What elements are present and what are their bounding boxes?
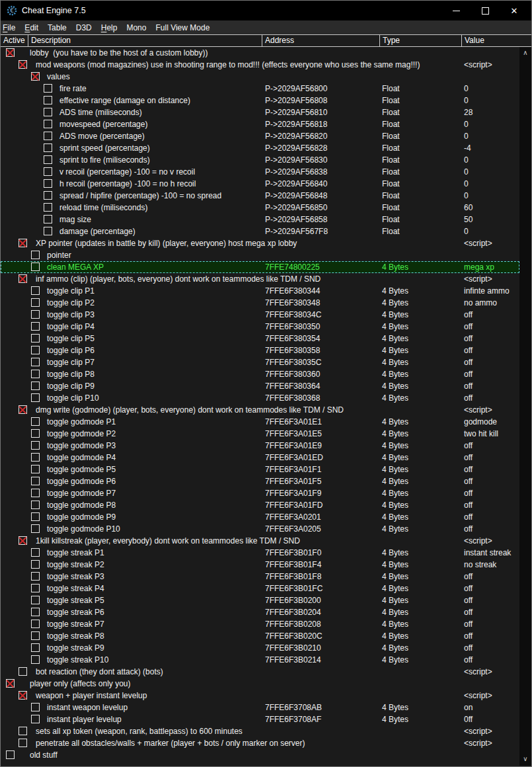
active-checkbox[interactable] <box>31 584 40 592</box>
row-value[interactable]: 28 <box>464 106 473 118</box>
table-row[interactable]: toggle clip P1 7FFE6F380344 4 Bytes infi… <box>1 285 519 297</box>
row-value[interactable]: 0ff <box>464 713 473 725</box>
table-row[interactable]: toggle godmode P6 7FFE6F3A01F5 4 Bytes o… <box>1 475 519 487</box>
row-value[interactable]: -4 <box>464 142 471 154</box>
active-checkbox[interactable] <box>31 512 40 521</box>
row-value[interactable]: off <box>464 594 473 606</box>
active-checkbox[interactable] <box>19 274 27 283</box>
table-row[interactable]: toggle streak P10 7FFE6F3B0214 4 Bytes o… <box>1 654 519 666</box>
active-checkbox[interactable] <box>31 477 40 485</box>
active-checkbox[interactable] <box>31 465 40 473</box>
close-button[interactable]: ✕ <box>500 1 529 20</box>
table-row[interactable]: pointer <box>1 249 519 261</box>
vertical-scrollbar[interactable]: ∧ ∨ <box>519 47 531 766</box>
active-checkbox[interactable] <box>31 631 40 640</box>
table-row[interactable]: toggle streak P5 7FFE6F3B0200 4 Bytes of… <box>1 594 519 606</box>
table-row[interactable]: 1kill killstreak (player, everybody) don… <box>1 535 519 547</box>
table-row[interactable]: toggle clip P5 7FFE6F380354 4 Bytes off <box>1 333 519 344</box>
active-checkbox[interactable] <box>19 405 27 414</box>
table-row[interactable]: toggle clip P4 7FFE6F380350 4 Bytes off <box>1 321 519 333</box>
active-checkbox[interactable] <box>31 72 40 81</box>
active-checkbox[interactable] <box>31 298 40 307</box>
table-row[interactable]: ADS time (miliseconds) P->2029AF56810 Fl… <box>1 106 519 118</box>
active-checkbox[interactable] <box>31 310 40 319</box>
active-checkbox[interactable] <box>31 417 40 426</box>
row-value[interactable]: no streak <box>464 559 496 571</box>
active-checkbox[interactable] <box>19 691 27 700</box>
row-value[interactable]: off <box>464 475 473 487</box>
table-row[interactable]: instant player levelup 7FFE6F3708AF 4 By… <box>1 713 519 725</box>
table-row[interactable]: XP pointer (updates in battle by kill) (… <box>1 237 519 249</box>
active-checkbox[interactable] <box>44 84 52 93</box>
table-row[interactable]: mod weapons (mod magazines) use in shoot… <box>1 59 519 71</box>
table-row[interactable]: movespeed (percentage) P->2029AF56818 Fl… <box>1 118 519 130</box>
active-checkbox[interactable] <box>44 203 52 212</box>
row-value[interactable]: off <box>464 380 473 392</box>
row-value[interactable]: off <box>464 523 473 535</box>
row-value[interactable]: off <box>464 618 473 630</box>
active-checkbox[interactable] <box>31 453 40 462</box>
table-row[interactable]: toggle clip P10 7FFE6F380368 4 Bytes off <box>1 392 519 404</box>
row-value[interactable]: 0 <box>464 178 469 190</box>
column-header-address[interactable]: Address <box>262 35 380 46</box>
row-value[interactable]: 50 <box>464 214 473 225</box>
active-checkbox[interactable] <box>31 596 40 604</box>
table-row[interactable]: ADS move (percentage) P->2029AF56820 Flo… <box>1 130 519 142</box>
table-row[interactable]: toggle godmode P9 7FFE6F3A0201 4 Bytes o… <box>1 511 519 523</box>
table-row[interactable]: toggle godmode P7 7FFE6F3A01F9 4 Bytes o… <box>1 487 519 499</box>
table-row[interactable]: toggle clip P3 7FFE6F38034C 4 Bytes off <box>1 309 519 321</box>
row-value[interactable]: 0 <box>464 166 469 178</box>
row-value[interactable]: <script> <box>464 666 492 678</box>
table-row[interactable]: inf ammo (clip) (player, bots, everyone)… <box>1 273 519 285</box>
column-header-type[interactable]: Type <box>380 35 462 46</box>
active-checkbox[interactable] <box>31 703 40 711</box>
table-row[interactable]: toggle godmode P3 7FFE6F3A01E9 4 Bytes o… <box>1 440 519 452</box>
active-checkbox[interactable] <box>31 393 40 402</box>
active-checkbox[interactable] <box>6 750 15 759</box>
minimize-button[interactable] <box>441 1 471 20</box>
table-row[interactable]: lobby (you have to be the host of a cust… <box>1 47 519 59</box>
table-row[interactable]: fire rate P->2029AF56800 Float 0 <box>1 83 519 95</box>
active-checkbox[interactable] <box>44 191 52 200</box>
active-checkbox[interactable] <box>44 143 52 152</box>
table-row[interactable]: toggle godmode P2 7FFE6F3A01E5 4 Bytes t… <box>1 428 519 440</box>
row-value[interactable]: off <box>464 583 473 594</box>
active-checkbox[interactable] <box>31 560 40 569</box>
column-header-active[interactable]: Active <box>1 35 28 46</box>
active-checkbox[interactable] <box>19 239 27 247</box>
active-checkbox[interactable] <box>31 429 40 438</box>
row-value[interactable]: 0 <box>464 130 469 142</box>
row-value[interactable]: 60 <box>464 202 473 214</box>
table-row[interactable]: sets all xp token (weapon, rank, battlep… <box>1 725 519 737</box>
table-row[interactable]: player only (affects only you) <box>1 678 519 690</box>
row-value[interactable]: off <box>464 440 473 452</box>
active-checkbox[interactable] <box>31 608 40 616</box>
table-row[interactable]: h recoil (percentage) -100 = no h recoil… <box>1 178 519 190</box>
table-row[interactable]: old stuff <box>1 749 519 761</box>
table-row[interactable]: toggle clip P2 7FFE6F380348 4 Bytes no a… <box>1 297 519 309</box>
active-checkbox[interactable] <box>31 548 40 557</box>
table-row[interactable]: spread / hipfire (percentage) -100 = no … <box>1 190 519 202</box>
table-row[interactable]: toggle clip P9 7FFE6F380364 4 Bytes off <box>1 380 519 392</box>
table-row[interactable]: damage (percentage) P->2029AF567F8 Float… <box>1 225 519 237</box>
row-value[interactable]: infinte ammo <box>464 285 510 297</box>
table-row[interactable]: toggle streak P7 7FFE6F3B0208 4 Bytes of… <box>1 618 519 630</box>
row-value[interactable]: off <box>464 368 473 380</box>
row-value[interactable]: off <box>464 654 473 666</box>
row-value[interactable]: 0 <box>464 118 469 130</box>
row-value[interactable]: <script> <box>464 404 492 416</box>
row-value[interactable]: 0 <box>464 154 469 166</box>
active-checkbox[interactable] <box>31 524 40 533</box>
active-checkbox[interactable] <box>31 322 40 331</box>
active-checkbox[interactable] <box>31 346 40 354</box>
active-checkbox[interactable] <box>31 251 40 259</box>
table-row[interactable]: dmg write (godmode) (player, bots, every… <box>1 404 519 416</box>
row-value[interactable]: godmode <box>464 416 497 428</box>
active-checkbox[interactable] <box>44 167 52 176</box>
row-value[interactable]: off <box>464 321 473 333</box>
table-row[interactable]: toggle godmode P8 7FFE6F3A01FD 4 Bytes o… <box>1 499 519 511</box>
table-row[interactable]: sprint to fire (miliseconds) P->2029AF56… <box>1 154 519 166</box>
active-checkbox[interactable] <box>31 501 40 509</box>
menu-edit[interactable]: Edit <box>20 23 43 32</box>
row-value[interactable]: 0 <box>464 225 469 237</box>
